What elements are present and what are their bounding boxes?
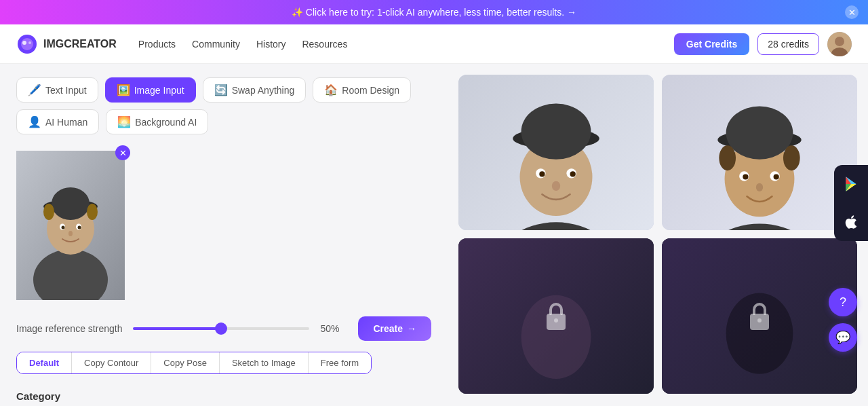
tab-text-input-label: Text Input [45, 85, 87, 96]
strength-row: Image reference strength 50% Create → [16, 316, 431, 341]
tab-swap-anything[interactable]: 🔄 Swap Anything [203, 77, 307, 103]
apple-icon [842, 213, 860, 231]
strength-label: Image reference strength [16, 323, 122, 334]
user-avatar[interactable] [827, 32, 852, 56]
svg-point-19 [78, 226, 81, 229]
svg-point-14 [43, 204, 54, 220]
result-card-4[interactable] [662, 238, 857, 394]
nav-community[interactable]: Community [192, 39, 240, 50]
banner-close-button[interactable]: ✕ [845, 5, 859, 19]
nav-right: Get Credits 28 credits [674, 32, 852, 56]
side-apps [834, 165, 868, 241]
svg-point-1 [21, 38, 33, 50]
logo-text: IMGCREATOR [43, 38, 117, 50]
navbar: IMGCREATOR Products Community History Re… [0, 24, 868, 64]
result-card-1[interactable] [458, 75, 654, 230]
svg-point-44 [783, 145, 800, 170]
person-photo [16, 151, 125, 300]
tab-image-input-label: Image Input [134, 85, 184, 96]
mode-copy-pose[interactable]: Copy Pose [151, 352, 220, 373]
svg-point-30 [521, 104, 591, 160]
svg-point-2 [22, 41, 26, 45]
result-image-2 [662, 75, 857, 230]
promo-banner[interactable]: ✨ Click here to try: 1-click AI anywhere… [0, 0, 868, 24]
tool-tabs: 🖊️ Text Input 🖼️ Image Input 🔄 Swap Anyt… [16, 77, 431, 134]
svg-point-15 [87, 204, 98, 220]
play-store-button[interactable] [834, 165, 868, 203]
result-card-3[interactable] [458, 238, 654, 394]
background-ai-icon: 🌅 [117, 115, 131, 128]
logo[interactable]: IMGCREATOR [16, 33, 117, 55]
svg-point-48 [774, 174, 779, 179]
tab-room-design[interactable]: 🏠 Room Design [313, 77, 411, 103]
tab-background-ai[interactable]: 🌅 Background AI [106, 109, 208, 134]
room-design-icon: 🏠 [324, 84, 338, 96]
category-label: Category [16, 390, 431, 402]
tab-ai-human-label: AI Human [45, 117, 87, 128]
svg-point-3 [28, 41, 31, 44]
help-button[interactable]: ? [829, 288, 857, 316]
svg-point-33 [539, 171, 545, 177]
swap-anything-icon: 🔄 [214, 84, 228, 96]
nav-resources[interactable]: Resources [302, 39, 347, 50]
logo-icon [16, 33, 38, 55]
banner-text: ✨ Click here to try: 1-click AI anywhere… [292, 7, 576, 18]
svg-point-43 [719, 145, 736, 170]
chat-button[interactable]: 💬 [829, 323, 857, 352]
image-input-icon: 🖼️ [117, 84, 130, 96]
floating-buttons: ? 💬 [829, 288, 857, 352]
svg-point-55 [554, 318, 558, 322]
svg-point-5 [835, 37, 844, 46]
lock-icon-1 [542, 300, 570, 333]
lock-icon-2 [746, 300, 773, 333]
create-button[interactable]: Create → [358, 316, 431, 341]
result-image-1 [458, 75, 654, 230]
mode-copy-contour[interactable]: Copy Contour [72, 352, 151, 373]
tab-swap-anything-label: Swap Anything [232, 85, 295, 96]
ai-human-icon: 👤 [28, 115, 41, 128]
svg-point-18 [62, 226, 65, 229]
right-panel [448, 64, 868, 405]
nav-products[interactable]: Products [138, 39, 176, 50]
upload-area: ✕ [16, 151, 125, 300]
svg-point-42 [726, 107, 793, 160]
nav-links: Products Community History Resources [138, 39, 652, 50]
tab-room-design-label: Room Design [342, 85, 399, 96]
mode-free-form[interactable]: Free form [309, 352, 371, 373]
svg-point-34 [570, 171, 576, 177]
create-arrow-icon: → [407, 323, 416, 334]
text-input-icon: 🖊️ [28, 84, 41, 96]
svg-point-13 [52, 187, 90, 220]
uploaded-image[interactable] [16, 151, 125, 300]
get-credits-button[interactable]: Get Credits [674, 33, 749, 55]
svg-point-47 [743, 174, 748, 179]
tab-image-input[interactable]: 🖼️ Image Input [105, 77, 196, 103]
mode-sketch-to-image[interactable]: Sketch to Image [220, 352, 309, 373]
credits-button[interactable]: 28 credits [757, 33, 819, 55]
svg-point-35 [552, 181, 560, 191]
svg-point-49 [756, 183, 763, 191]
left-panel: 🖊️ Text Input 🖼️ Image Input 🔄 Swap Anyt… [0, 64, 448, 405]
mode-tabs: Default Copy Contour Copy Pose Sketch to… [16, 352, 372, 374]
remove-image-button[interactable]: ✕ [115, 145, 130, 160]
result-card-2[interactable] [662, 75, 857, 230]
play-store-icon [842, 175, 860, 193]
tab-background-ai-label: Background AI [135, 117, 197, 128]
strength-slider[interactable] [133, 327, 309, 330]
strength-value: 50% [320, 323, 347, 334]
apple-store-button[interactable] [834, 203, 868, 241]
svg-point-61 [757, 318, 762, 322]
tab-ai-human[interactable]: 👤 AI Human [16, 109, 99, 134]
nav-history[interactable]: History [256, 39, 286, 50]
svg-point-20 [68, 231, 73, 236]
avatar-icon [827, 32, 852, 56]
mode-default[interactable]: Default [17, 352, 72, 373]
main-content: 🖊️ Text Input 🖼️ Image Input 🔄 Swap Anyt… [0, 64, 868, 405]
tab-text-input[interactable]: 🖊️ Text Input [16, 77, 98, 103]
